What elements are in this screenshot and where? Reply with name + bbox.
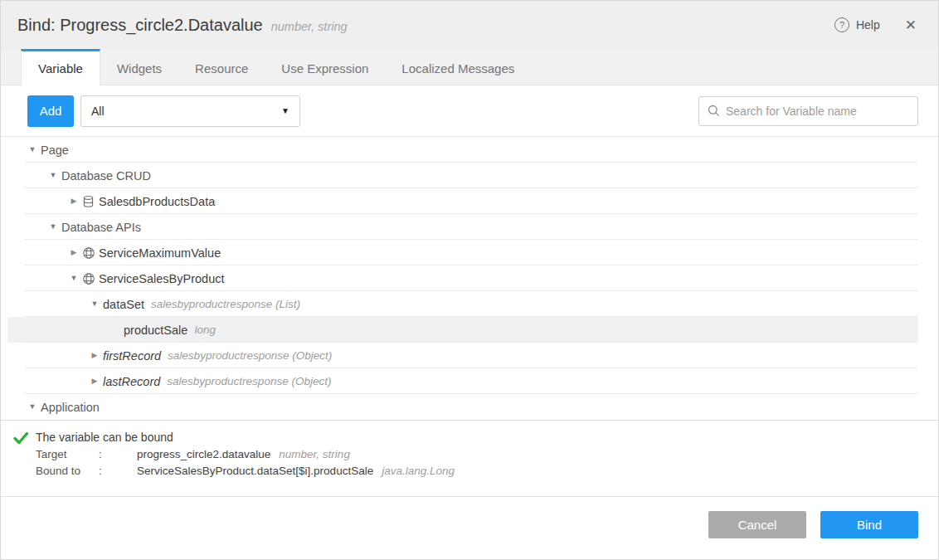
tree-row-firstrecord[interactable]: ▶firstRecordsalesbyproductresponse (Obje… <box>7 343 918 368</box>
tree-row-database-crud[interactable]: ▼Database CRUD <box>7 163 918 188</box>
bind-status-panel: The variable can be bound Target : progr… <box>1 421 938 497</box>
bound-to-type-hint: java.lang.Long <box>382 465 455 477</box>
caret-down-icon[interactable]: ▼ <box>45 172 61 179</box>
close-icon[interactable]: ✕ <box>905 18 917 32</box>
help-link[interactable]: Help <box>856 18 880 32</box>
caret-down-icon[interactable]: ▼ <box>66 275 82 282</box>
tab-resource[interactable]: Resource <box>178 49 265 85</box>
tree-node-label: Database APIs <box>61 221 141 234</box>
caret-down-icon[interactable]: ▼ <box>45 223 61 231</box>
bind-dialog: Bind: Progress_circle2.Datavalue number,… <box>0 0 939 560</box>
tree-node-type-hint: long <box>194 324 216 336</box>
search-input[interactable] <box>726 105 909 118</box>
tree-row-application[interactable]: ▼Application <box>7 394 918 420</box>
caret-right-icon[interactable]: ▶ <box>86 352 103 359</box>
target-label: Target <box>36 446 99 462</box>
tree-row-servicemaximumvalue[interactable]: ▶ ServiceMaximumValue <box>7 240 918 265</box>
caret-down-icon[interactable]: ▼ <box>24 403 41 411</box>
bind-button[interactable]: Bind <box>820 511 918 538</box>
tree-node-label: firstRecord <box>103 349 161 363</box>
bind-status-message: The variable can be bound <box>36 428 918 446</box>
tree-node-type-hint: salesbyproductresponse (Object) <box>167 375 331 387</box>
help-icon[interactable]: ? <box>834 17 849 32</box>
tree-node-label: dataSet <box>103 298 144 311</box>
database-icon <box>82 195 99 208</box>
caret-right-icon[interactable]: ▶ <box>86 377 103 385</box>
tree-node-label: SalesdbProductsData <box>99 195 215 208</box>
globe-icon <box>82 246 99 260</box>
tree-row-database-apis[interactable]: ▼Database APIs <box>7 214 918 240</box>
dialog-title: Bind: Progress_circle2.Datavalue <box>17 16 263 35</box>
caret-right-icon[interactable]: ▶ <box>66 197 82 205</box>
variable-tree: ▼Page▼Database CRUD▶ SalesdbProductsData… <box>1 137 938 421</box>
tree-node-label: ServiceSalesByProduct <box>99 272 225 285</box>
tree-node-label: lastRecord <box>103 375 160 388</box>
search-icon <box>708 105 720 117</box>
tree-row-lastrecord[interactable]: ▶lastRecordsalesbyproductresponse (Objec… <box>7 368 918 394</box>
tab-use-expression[interactable]: Use Expression <box>265 49 385 85</box>
tab-variable[interactable]: Variable <box>21 49 100 85</box>
caret-down-icon[interactable]: ▼ <box>24 146 41 153</box>
target-colon: : <box>99 446 137 462</box>
tree-node-type-hint: salesbyproductresponse (Object) <box>168 349 332 362</box>
success-check-icon <box>12 430 29 446</box>
caret-right-icon[interactable]: ▶ <box>66 249 82 256</box>
tree-row-dataset[interactable]: ▼dataSetsalesbyproductresponse (List) <box>7 291 918 317</box>
dialog-header: Bind: Progress_circle2.Datavalue number,… <box>1 1 938 49</box>
tree-node-label: Page <box>41 144 69 157</box>
globe-icon <box>82 272 99 285</box>
tab-localized-messages[interactable]: Localized Messages <box>385 49 531 85</box>
variable-filter-dropdown[interactable]: All ▼ <box>80 95 300 127</box>
cancel-button[interactable]: Cancel <box>708 511 806 538</box>
dialog-title-type-hint: number, string <box>271 17 348 33</box>
tree-row-salesdbproductsdata[interactable]: ▶ SalesdbProductsData <box>7 188 918 214</box>
tree-node-label: productSale <box>124 324 187 337</box>
tree-node-type-hint: salesbyproductresponse (List) <box>151 298 300 310</box>
toolbar: Add All ▼ <box>1 85 938 137</box>
target-type-hint: number, string <box>279 448 350 460</box>
target-value: progress_circle2.datavalue <box>137 448 270 460</box>
bound-to-colon: : <box>99 462 137 479</box>
tab-bar: VariableWidgetsResourceUse ExpressionLoc… <box>1 49 938 85</box>
tree-node-label: Application <box>41 401 100 414</box>
dropdown-caret-icon: ▼ <box>281 106 289 115</box>
tree-node-label: Database CRUD <box>61 169 151 183</box>
dialog-footer: Cancel Bind <box>1 497 938 559</box>
bound-to-value: ServiceSalesByProduct.dataSet[$i].produc… <box>137 465 373 477</box>
tab-widgets[interactable]: Widgets <box>100 49 178 85</box>
tree-row-servicesalesbyproduct[interactable]: ▼ ServiceSalesByProduct <box>7 265 918 291</box>
tree-row-productsale[interactable]: productSalelong <box>7 317 918 343</box>
caret-down-icon[interactable]: ▼ <box>86 300 103 308</box>
search-box[interactable] <box>698 96 918 126</box>
filter-selected-value: All <box>91 105 105 118</box>
bound-to-label: Bound to <box>36 462 99 479</box>
tree-row-page[interactable]: ▼Page <box>7 137 918 163</box>
add-button[interactable]: Add <box>27 95 74 127</box>
tree-node-label: ServiceMaximumValue <box>99 246 221 260</box>
